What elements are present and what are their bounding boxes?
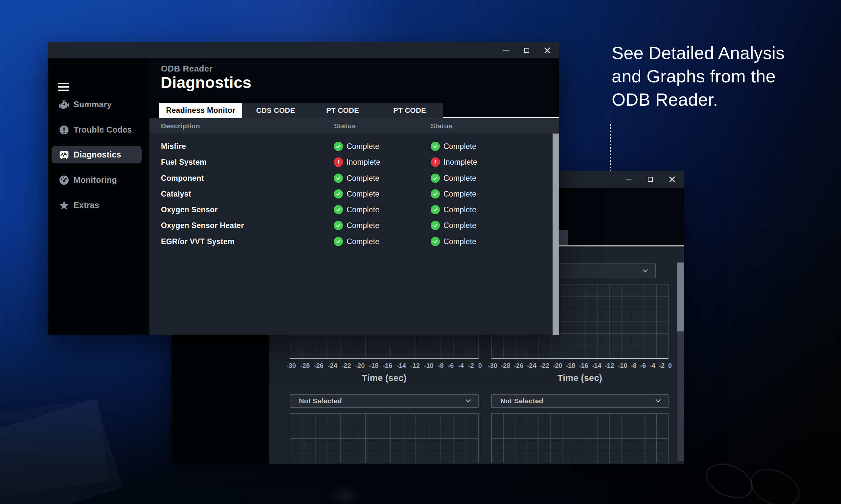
engine-icon [59,100,69,110]
sidebar-item-label: Trouble Codes [73,125,132,134]
x-axis-tick: 0 [668,362,672,370]
star-icon [59,200,69,211]
tab-pt-code-2[interactable]: PT CODE [309,103,376,118]
app-label: ODB Reader [161,64,212,74]
sidebar-item-monitoring[interactable]: Monitoring [52,171,142,189]
hidden-dropdown-edge [559,230,568,246]
minimize-button[interactable] [622,173,636,185]
status-label: Complete [347,142,379,151]
x-axis-tick: -26 [514,362,523,370]
diagnostics-window: SummaryTrouble CodesDiagnosticsMonitorin… [48,42,559,335]
x-axis-label: Time (sec) [290,373,479,383]
x-axis-tick: -22 [540,362,549,370]
x-axis-tick: -22 [342,362,351,370]
status-label: Inomplete [444,158,477,167]
maximize-button[interactable] [519,44,534,56]
x-axis-ticks: -30-28-26-24-22-20-18-16-14-12-10-8-6-4-… [287,362,482,370]
row-description: Catalyst [161,190,191,199]
x-axis-tick: -2 [659,362,665,370]
secondary-grid [290,413,479,463]
diagnostics-window-titlebar[interactable] [48,42,559,58]
minimize-button[interactable] [499,44,513,56]
status-label: Complete [347,190,379,199]
status-incomplete-icon: ! [334,158,343,167]
row-description: Fuel System [161,158,207,167]
row-description: Component [161,174,204,183]
row-description: Oxygen Sensor [161,205,218,214]
signal-dropdown-value: Not Selected [500,397,543,405]
signal-dropdown[interactable]: Not Selected [491,394,669,408]
x-axis-tick: -8 [631,362,637,370]
table-scrollbar-thumb[interactable] [552,133,559,335]
signal-dropdown-value: Not Selected [299,397,342,405]
exclamation-glyph: ! [337,159,339,165]
status-complete-icon [431,174,440,183]
chevron-down-icon [656,397,661,402]
signal-dropdown[interactable]: Not Selected [290,394,479,408]
status-label: Complete [347,237,379,246]
secondary-grid [491,413,669,463]
tab-readiness-monitor-0[interactable]: Readiness Monitor [159,103,242,118]
table-row: EGR/or VVT SystemCompleteComplete [150,234,559,249]
tab-pt-code-3[interactable]: PT CODE [376,103,443,118]
table-row: ComponentCompleteComplete [150,170,559,186]
row-description: Oxygen Sensor Heater [161,221,244,230]
x-axis-tick: -12 [605,362,614,370]
table-header: Description Status Status [150,118,559,133]
column-header-status-2: Status [431,122,452,130]
x-axis-ticks: -30-28-26-24-22-20-18-16-14-12-10-8-6-4-… [488,362,672,370]
x-axis-tick: -28 [501,362,511,370]
status-complete-icon [334,189,343,199]
status-complete-icon [431,189,440,199]
status-incomplete-icon: ! [431,158,440,167]
x-axis-tick: -30 [488,362,497,370]
maximize-button[interactable] [643,173,657,185]
pulse-monitor-icon [59,150,69,160]
close-button[interactable] [540,44,554,56]
sidebar-item-extras[interactable]: Extras [52,197,142,214]
x-axis-label: Time (sec) [491,373,669,383]
x-axis-tick: 0 [478,362,482,370]
sidebar-item-diagnostics[interactable]: Diagnostics [52,146,142,163]
x-axis-tick: -14 [396,362,406,370]
column-header-status-1: Status [334,122,356,130]
status-label: Complete [347,205,379,214]
x-axis-tick: -24 [527,362,536,370]
x-axis-tick: -26 [314,362,324,370]
x-axis-tick: -4 [650,362,655,370]
table-row: Oxygen Sensor HeaterCompleteComplete [150,218,559,233]
tab-cds-code-1[interactable]: CDS CODE [242,103,309,118]
x-axis-tick: -18 [566,362,575,370]
x-axis-tick: -30 [287,362,296,370]
page-title: Diagnostics [161,73,251,92]
x-axis-tick: -6 [640,362,646,370]
status-complete-icon [334,205,343,214]
x-axis-tick: -20 [355,362,365,370]
status-label: Complete [444,205,476,214]
row-description: Misfire [161,142,186,151]
table-row: Fuel System!Inomplete!Inomplete [150,154,559,170]
hero-headline-line: See Detailed Analysis [612,41,785,65]
sidebar-item-summary[interactable]: Summary [52,96,142,113]
close-button[interactable] [665,173,680,185]
chevron-down-icon [643,267,648,272]
graphs-scrollbar-track[interactable] [677,331,684,461]
gauge-icon [59,175,69,185]
table-row: CatalystCompleteComplete [150,186,559,202]
status-complete-icon [334,174,343,183]
sidebar: SummaryTrouble CodesDiagnosticsMonitorin… [48,58,150,335]
x-axis-tick: -28 [300,362,310,370]
row-description: EGR/or VVT System [161,237,235,246]
status-complete-icon [431,221,440,230]
status-complete-icon [334,142,343,151]
sidebar-item-trouble-codes[interactable]: Trouble Codes [52,121,142,139]
alert-circle-icon [59,125,69,135]
x-axis-tick: -16 [579,362,588,370]
graphs-scrollbar-thumb[interactable] [677,263,684,331]
column-header-description: Description [161,122,200,130]
sidebar-item-label: Extras [73,200,99,210]
status-complete-icon [334,237,343,246]
hamburger-menu-icon[interactable] [58,83,69,91]
status-complete-icon [431,205,440,214]
x-axis-tick: -10 [424,362,434,370]
